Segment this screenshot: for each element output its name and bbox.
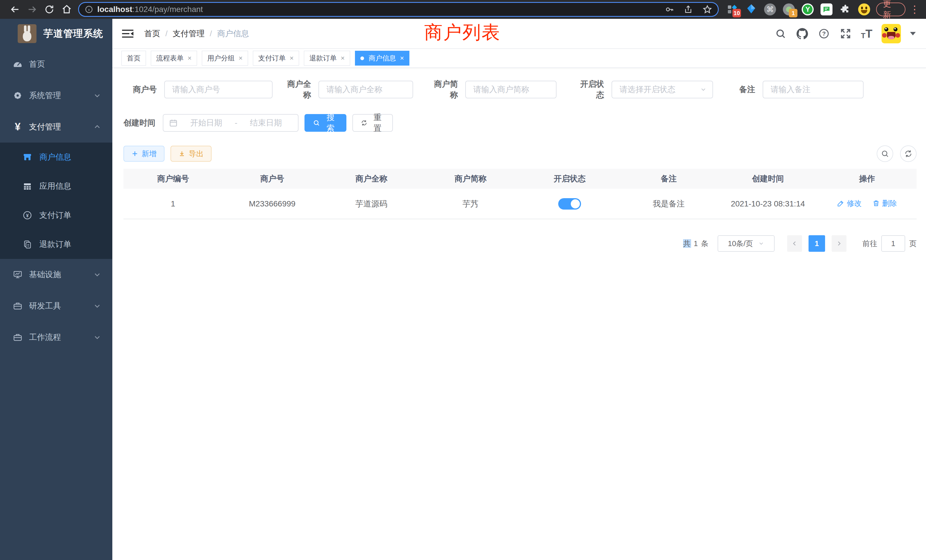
sidebar-item-pay-orders[interactable]: ¥ 支付订单: [0, 201, 112, 230]
search-button[interactable]: 搜索: [304, 114, 346, 132]
col-status: 开启状态: [520, 169, 619, 189]
font-size-icon[interactable]: TT: [861, 28, 872, 39]
sidebar-item-dev-tools[interactable]: 研发工具: [0, 290, 112, 322]
breadcrumb-home[interactable]: 首页: [144, 28, 160, 39]
full-name-input[interactable]: [318, 81, 413, 98]
add-button[interactable]: 新增: [123, 146, 165, 162]
delete-link[interactable]: 删除: [872, 198, 897, 209]
close-icon[interactable]: ×: [239, 55, 243, 62]
browser-menu-button[interactable]: ⋮: [909, 3, 920, 15]
cell-full-name: 芋道源码: [322, 189, 421, 219]
extension-command-icon[interactable]: ⌘: [764, 3, 776, 16]
extension-tiles-icon[interactable]: 10: [726, 3, 739, 16]
date-range-picker[interactable]: 开始日期 - 结束日期: [163, 114, 298, 132]
url-text: localhost:1024/pay/merchant: [97, 5, 661, 14]
col-short-name: 商户简称: [421, 169, 520, 189]
tag-merchant-info[interactable]: 商户信息×: [355, 51, 409, 65]
goto-page-input[interactable]: [881, 235, 905, 252]
browser-back-button[interactable]: [6, 4, 24, 15]
command-glyph-icon: ⌘: [764, 3, 776, 15]
col-remark: 备注: [619, 169, 719, 189]
edit-link[interactable]: 修改: [837, 198, 862, 209]
sidebar-item-merchant-info[interactable]: 商户信息: [0, 142, 112, 172]
breadcrumb-separator: /: [165, 29, 168, 38]
breadcrumb-payment[interactable]: 支付管理: [173, 28, 205, 39]
refresh-table-button[interactable]: [900, 145, 917, 162]
tag-refund-orders[interactable]: 退款订单×: [304, 51, 350, 65]
status-toggle[interactable]: [558, 198, 581, 210]
cell-remark: 我是备注: [619, 189, 719, 219]
export-button[interactable]: 导出: [171, 146, 212, 162]
status-select[interactable]: 请选择开启状态: [611, 81, 713, 98]
page-size-select[interactable]: 10条/页: [717, 235, 775, 252]
browser-reload-button[interactable]: [41, 4, 58, 15]
page-info-icon[interactable]: [85, 5, 93, 14]
extension-y-icon[interactable]: Y: [801, 3, 814, 16]
sidebar-item-workflow[interactable]: 工作流程: [0, 322, 112, 353]
close-icon[interactable]: ×: [400, 55, 404, 62]
merchant-table: 商户编号 商户号 商户全称 商户简称 开启状态 备注 创建时间 操作 1 M23…: [123, 169, 917, 219]
help-icon[interactable]: ?: [818, 27, 830, 40]
bookmark-star-icon[interactable]: [702, 5, 712, 14]
extension-kite-icon[interactable]: [745, 3, 758, 16]
remark-input[interactable]: [763, 81, 864, 98]
password-key-icon[interactable]: [665, 5, 674, 14]
extension-emoji-icon[interactable]: [858, 3, 870, 16]
prev-page-button[interactable]: [787, 235, 802, 252]
create-time-label: 创建时间: [123, 118, 155, 128]
breadcrumb-current: 商户信息: [217, 28, 249, 39]
tag-user-group[interactable]: 用户分组×: [202, 51, 248, 65]
extensions-puzzle-icon[interactable]: [839, 3, 852, 16]
start-date-placeholder[interactable]: 开始日期: [180, 118, 232, 128]
sidebar-toggle-button[interactable]: [121, 29, 134, 39]
user-menu-caret-icon[interactable]: [910, 32, 916, 35]
svg-text:¥: ¥: [26, 213, 29, 218]
app-logo[interactable]: 芋道管理系统: [0, 19, 112, 48]
browser-forward-button[interactable]: [24, 4, 41, 15]
close-icon[interactable]: ×: [341, 55, 345, 62]
tag-process-form[interactable]: 流程表单×: [151, 51, 197, 65]
share-icon[interactable]: [684, 5, 693, 14]
page-content: 商户号 商户全称 商户简称 开启状态 请选择开启状态 备注 创建时间: [112, 68, 926, 560]
sidebar-item-app-info[interactable]: 应用信息: [0, 172, 112, 201]
plus-icon: [132, 150, 138, 157]
chevron-down-icon: [94, 334, 101, 341]
tag-home[interactable]: 首页: [121, 51, 146, 65]
remark-label: 备注: [739, 84, 755, 95]
sidebar-item-label: 系统管理: [29, 90, 87, 101]
browser-home-button[interactable]: [58, 4, 76, 15]
sidebar-item-home[interactable]: 首页: [0, 48, 112, 80]
sidebar-item-payment[interactable]: ¥ 支付管理: [0, 111, 112, 142]
chevron-down-icon: [94, 271, 101, 278]
search-icon[interactable]: [774, 27, 787, 40]
show-search-button[interactable]: [877, 145, 893, 162]
github-icon[interactable]: [796, 27, 808, 40]
sidebar-item-infrastructure[interactable]: 基础设施: [0, 259, 112, 290]
close-icon[interactable]: ×: [188, 55, 192, 62]
short-name-input[interactable]: [465, 81, 557, 98]
end-date-placeholder[interactable]: 结束日期: [240, 118, 292, 128]
chevron-down-icon: [94, 302, 101, 310]
sidebar-item-label: 支付管理: [29, 121, 87, 132]
status-select-placeholder: 请选择开启状态: [619, 84, 700, 95]
col-create-time: 创建时间: [719, 169, 818, 189]
reset-button[interactable]: 重置: [353, 114, 393, 132]
extension-chat-icon[interactable]: [820, 3, 833, 16]
chevron-down-icon: [758, 241, 764, 247]
browser-update-button[interactable]: 更新: [876, 3, 905, 16]
avatar[interactable]: [882, 24, 901, 43]
next-page-button[interactable]: [832, 235, 846, 252]
sidebar-item-system[interactable]: 系统管理: [0, 80, 112, 111]
sidebar-item-refund-orders[interactable]: 退款订单: [0, 230, 112, 259]
y-circle-icon: Y: [802, 3, 814, 15]
close-icon[interactable]: ×: [290, 55, 294, 62]
extension-recorder-icon[interactable]: 1: [782, 3, 795, 16]
page-1-button[interactable]: 1: [808, 235, 825, 252]
address-bar[interactable]: localhost:1024/pay/merchant: [78, 2, 719, 17]
cell-create-time: 2021-10-23 08:31:14: [719, 189, 818, 219]
merchant-no-input[interactable]: [164, 81, 272, 98]
documents-icon: [22, 239, 32, 250]
sidebar-item-label: 首页: [29, 59, 101, 70]
fullscreen-icon[interactable]: [839, 27, 852, 40]
tag-pay-orders[interactable]: 支付订单×: [253, 51, 299, 65]
